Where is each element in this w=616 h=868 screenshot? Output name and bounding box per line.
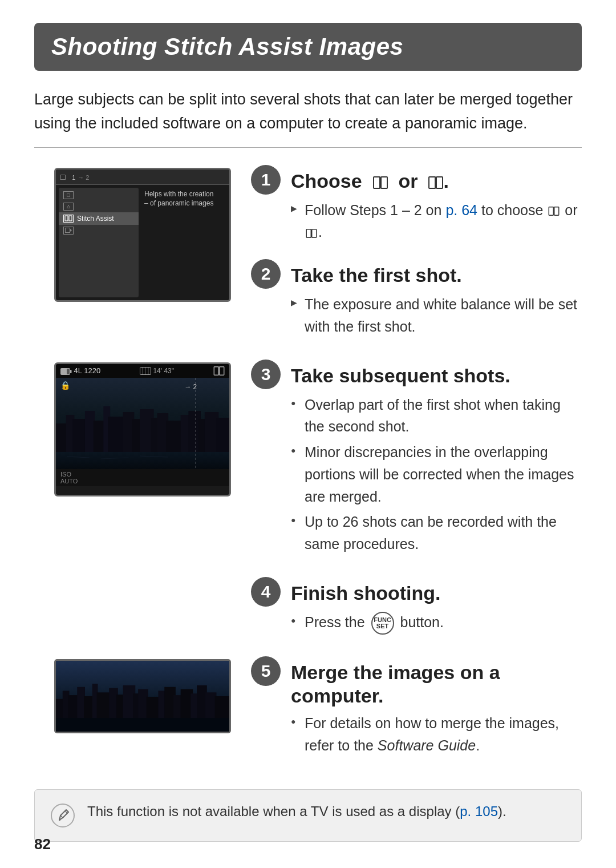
steps-1-2-content: 1 Choose or — [251, 165, 582, 341]
page-number: 82 — [34, 835, 51, 853]
step-3-row: 4L 1220 14' 43" — [34, 360, 582, 559]
camera-menu: □ △ — [59, 188, 139, 297]
panoramic-photo — [54, 659, 231, 733]
step-4-content: 4 Finish shooting. Press the FUNCSET — [251, 577, 582, 638]
content-area: □ 1 → 2 □ △ — [34, 165, 582, 842]
svg-rect-5 — [381, 177, 387, 188]
camera-top-bar: □ 1 → 2 — [56, 169, 229, 185]
step-1-title: Choose or — [291, 170, 449, 192]
step-2: 2 Take the first shot. The exposure and … — [251, 259, 582, 338]
stitch-right-icon — [428, 176, 443, 189]
step-3-bullet-2: Minor discrepancies in the overlapping p… — [291, 441, 582, 507]
step-1-header: 1 Choose or — [251, 165, 582, 195]
stitch-icon — [63, 215, 74, 223]
step-5: 5 Merge the images on a computer. For de… — [251, 656, 582, 756]
section-divider — [34, 147, 582, 148]
svg-rect-0 — [65, 216, 68, 221]
step-5-row: 5 Merge the images on a computer. For de… — [34, 656, 582, 760]
svg-rect-15 — [312, 229, 317, 238]
step-3-bullet-1: Overlap part of the first shot when taki… — [291, 394, 582, 438]
step-3: 3 Take subsequent shots. Overlap part of… — [251, 360, 582, 555]
stitch-svg — [64, 215, 72, 221]
cam2-battery: 4L 1220 — [60, 366, 100, 375]
step-5-list: For details on how to merge the images, … — [291, 712, 582, 757]
step-4-number: 4 — [251, 577, 281, 607]
stitch-label: Stitch Assist — [77, 215, 114, 223]
svg-rect-1 — [69, 216, 72, 221]
step-1-link[interactable]: p. 64 — [445, 202, 477, 218]
func-button: FUNCSET — [371, 612, 394, 635]
pencil-icon — [50, 803, 75, 828]
camera-description: Helps with the creation– of panoramic im… — [141, 188, 226, 297]
svg-text:→ 2: → 2 — [185, 383, 197, 391]
cam2-photo: 1 → 2 🔒 — [56, 378, 229, 469]
camera-screen-1-col: □ 1 → 2 □ △ — [34, 165, 251, 302]
note-icon — [48, 801, 77, 830]
step-4-header: 4 Finish shooting. — [251, 577, 582, 607]
step-5-title-area: Merge the images on a computer. — [291, 656, 582, 708]
step-3-number: 3 — [251, 360, 281, 389]
step-5-image-col — [34, 656, 251, 733]
step-4-image-col — [34, 577, 251, 580]
cam2-res: 14' 43" — [140, 367, 174, 376]
step-2-title-area: Take the first shot. — [291, 259, 462, 287]
cam2-bottom-bar: ISOAUTO — [56, 469, 229, 486]
auto-icon: □ — [63, 191, 74, 199]
title-bar: Shooting Stitch Assist Images — [34, 23, 582, 71]
cityscape-svg: 1 → 2 — [56, 378, 229, 469]
menu-item-portrait: △ — [59, 201, 139, 212]
camera-screen-1: □ 1 → 2 □ △ — [54, 168, 231, 302]
step-2-bullet-1: The exposure and white balance will be s… — [291, 293, 582, 338]
step-3-title: Take subsequent shots. — [291, 365, 510, 386]
step-5-number: 5 — [251, 656, 281, 686]
svg-rect-4 — [374, 177, 380, 188]
note-box: This function is not available when a TV… — [34, 789, 582, 842]
menu-item-stitch: Stitch Assist — [59, 212, 139, 225]
step-5-bullet-1: For details on how to merge the images, … — [291, 712, 582, 757]
step-1-bullets: Follow Steps 1 – 2 on p. 64 to choose or — [251, 199, 582, 244]
step-2-list: The exposure and white balance will be s… — [291, 293, 582, 338]
svg-point-74 — [51, 804, 74, 827]
step-1-number: 1 — [251, 165, 281, 195]
intro-text: Large subjects can be split into several… — [34, 88, 582, 136]
note-link[interactable]: p. 105 — [460, 804, 498, 819]
camera-screen-2-col: 4L 1220 14' 43" — [34, 360, 251, 496]
step-3-content: 3 Take subsequent shots. Overlap part of… — [251, 360, 582, 559]
cam2-iso: ISOAUTO — [60, 471, 78, 485]
note-text: This function is not available when a TV… — [87, 801, 506, 822]
step-4-row: 4 Finish shooting. Press the FUNCSET — [34, 577, 582, 638]
panorama-svg — [56, 661, 229, 732]
movie-svg — [65, 228, 72, 233]
svg-rect-13 — [554, 207, 559, 216]
step-2-title: Take the first shot. — [291, 264, 462, 286]
svg-rect-17 — [61, 369, 67, 374]
steps-1-2-row: □ 1 → 2 □ △ — [34, 165, 582, 341]
step-1-bullet-1: Follow Steps 1 – 2 on p. 64 to choose or — [291, 199, 582, 244]
svg-rect-24 — [220, 367, 224, 376]
step-3-header: 3 Take subsequent shots. — [251, 360, 582, 389]
camera-screen-2: 4L 1220 14' 43" — [54, 362, 231, 496]
battery-icon — [60, 368, 72, 375]
step-4-bullet-1: Press the FUNCSET button. — [291, 611, 582, 635]
step-4-title-area: Finish shooting. — [291, 577, 441, 605]
step-5-title: Merge the images on a computer. — [291, 661, 500, 706]
svg-rect-23 — [214, 367, 218, 376]
camera-body: □ △ — [56, 185, 229, 300]
step-1: 1 Choose or — [251, 165, 582, 244]
step-1-list: Follow Steps 1 – 2 on p. 64 to choose or — [291, 199, 582, 244]
svg-rect-8 — [429, 177, 435, 188]
svg-rect-2 — [66, 228, 70, 233]
step-3-bullet-3: Up to 26 shots can be recorded with the … — [291, 511, 582, 555]
step-2-bullets: The exposure and white balance will be s… — [251, 293, 582, 338]
page-container: Shooting Stitch Assist Images Large subj… — [0, 0, 616, 868]
step-1-title-area: Choose or — [291, 165, 449, 193]
resolution-icon — [140, 367, 151, 375]
step-3-title-area: Take subsequent shots. — [291, 360, 510, 387]
cam2-top-bar: 4L 1220 14' 43" — [56, 364, 229, 378]
step-4-bullets: Press the FUNCSET button. — [251, 611, 582, 635]
svg-rect-44 — [56, 452, 229, 469]
inline-stitch-left-icon — [548, 207, 560, 216]
step-4-list: Press the FUNCSET button. — [291, 611, 582, 635]
svg-rect-18 — [70, 370, 72, 373]
page-title: Shooting Stitch Assist Images — [51, 33, 565, 60]
